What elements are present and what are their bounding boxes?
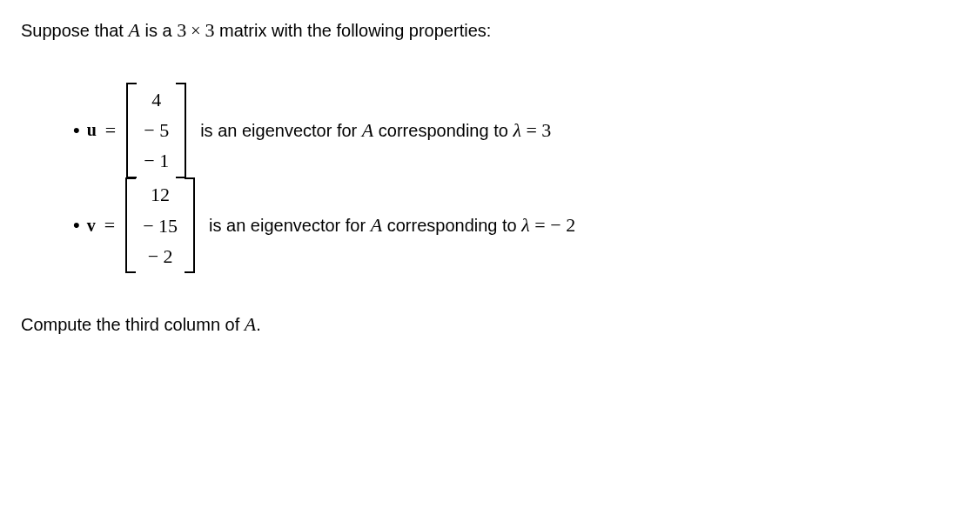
intro-dim2: 3 [205,19,214,41]
v-lambda: λ [521,214,530,236]
intro-prefix: Suppose that [21,21,128,40]
v-desc-prefix: is an eigenvector for [209,216,371,235]
intro-times: × [186,21,205,40]
v-entry-2: − 2 [148,241,173,271]
eigenvector-list: • u = 4 − 5 − 1 is an eigenvector for A … [21,79,959,277]
item-v: • v = 12 − 15 − 2 is an eigenvector for … [73,174,959,277]
intro-mid1: is a [140,21,177,40]
v-value: − 2 [550,214,575,236]
u-desc: is an eigenvector for A corresponding to… [200,119,551,142]
u-entry-0: 4 [151,84,161,115]
equation-v: v = 12 − 15 − 2 is an eigenvector for A … [87,174,575,277]
matrix-v: 12 − 15 − 2 [124,174,197,277]
question-text: Compute the third column of A. [21,313,959,336]
bullet-icon: • [73,119,80,142]
intro-text: Suppose that A is a 3 × 3 matrix with th… [21,17,959,44]
u-entry-2: − 1 [144,145,169,176]
u-value: 3 [541,119,551,141]
u-eq: = [521,119,541,141]
u-desc-prefix: is an eigenvector for [200,121,362,140]
equation-u: u = 4 − 5 − 1 is an eigenvector for A co… [87,79,552,182]
intro-A: A [128,19,139,41]
v-entry-0: 12 [151,179,170,210]
intro-dim1: 3 [177,19,186,41]
bullet-icon: • [73,214,80,237]
vec-v: v [87,216,96,236]
intro-suffix: matrix with the following properties: [214,21,491,40]
vec-u: u [87,120,97,140]
v-desc: is an eigenvector for A corresponding to… [209,214,575,237]
u-desc-mid: corresponding to [373,121,513,140]
eq-sign: = [105,119,116,142]
u-lambda: λ [513,119,521,141]
question-suffix: . [256,315,261,334]
matrix-u: 4 − 5 − 1 [124,79,188,182]
v-desc-mid: corresponding to [382,216,521,235]
u-entry-1: − 5 [144,115,169,145]
question-prefix: Compute the third column of [21,315,245,334]
eq-sign: = [104,214,115,237]
question-A: A [245,313,256,335]
u-desc-A: A [362,119,373,141]
v-desc-A: A [371,214,382,236]
v-entry-1: − 15 [143,211,178,241]
item-u: • u = 4 − 5 − 1 is an eigenvector for A … [73,79,959,182]
v-eq: = [530,214,550,236]
